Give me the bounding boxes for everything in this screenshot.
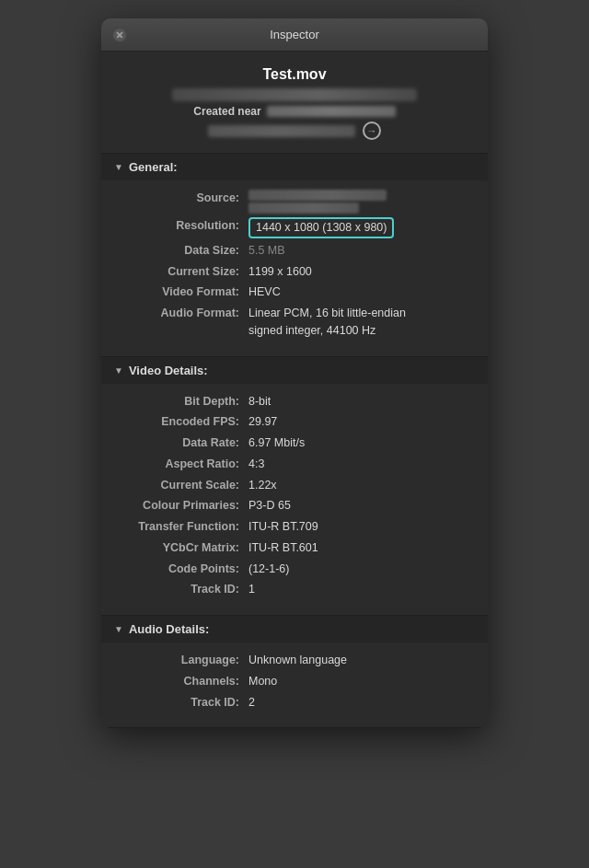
colour-primaries-value: P3-D 65 [248,497,291,515]
video-track-id-value: 1 [248,581,255,598]
table-row: Current Scale: 1.22x [120,477,469,494]
nav-arrow-button[interactable]: → [363,122,381,140]
video-track-id-label: Track ID: [120,581,248,598]
bit-depth-value: 8-bit [248,393,271,411]
data-rate-value: 6.97 Mbit/s [248,434,305,452]
table-row: Video Format: HEVC [120,284,469,301]
bit-depth-label: Bit Depth: [120,393,248,411]
table-row: Language: Unknown language [120,652,469,669]
current-size-value: 1199 x 1600 [248,263,312,281]
code-points-label: Code Points: [120,561,248,578]
window-title: Inspector [270,28,318,41]
video-details-section: ▼ Video Details: Bit Depth: 8-bit Encode… [101,357,488,617]
table-row: Current Size: 1199 x 1600 [120,263,469,281]
aspect-ratio-value: 4:3 [248,456,264,473]
table-row: Source: [120,190,469,214]
table-row: Encoded FPS: 29.97 [120,413,469,431]
general-section-title: General: [129,160,178,174]
video-format-value: HEVC [248,284,281,301]
colour-primaries-label: Colour Primaries: [120,497,248,515]
table-row: Audio Format: Linear PCM, 16 bit little-… [120,305,469,340]
table-row: YCbCr Matrix: ITU-R BT.601 [120,539,469,557]
file-header: Test.mov Created near → [101,52,488,154]
audio-details-section-header[interactable]: ▼ Audio Details: [101,616,488,642]
ycbcr-matrix-value: ITU-R BT.601 [248,539,318,557]
table-row: Data Size: 5.5 MB [120,242,469,260]
nav-row: → [120,122,469,140]
encoded-fps-value: 29.97 [248,413,277,431]
video-details-chevron-icon: ▼ [114,365,123,376]
general-chevron-icon: ▼ [114,162,123,172]
transfer-function-value: ITU-R BT.709 [248,518,318,536]
data-size-value: 5.5 MB [248,242,285,260]
source-value-blurred [248,190,387,214]
data-size-label: Data Size: [120,242,248,260]
video-details-section-content: Bit Depth: 8-bit Encoded FPS: 29.97 Data… [101,384,488,616]
video-details-section-title: Video Details: [129,364,208,377]
transfer-function-label: Transfer Function: [120,518,248,536]
table-row: Resolution: 1440 x 1080 (1308 x 980) [120,217,469,238]
data-rate-label: Data Rate: [120,434,248,452]
language-value: Unknown language [248,652,347,669]
table-row: Channels: Mono [120,673,469,690]
audio-track-id-value: 2 [248,694,255,712]
audio-details-section: ▼ Audio Details: Language: Unknown langu… [101,616,488,728]
channels-value: Mono [248,673,277,690]
ycbcr-matrix-label: YCbCr Matrix: [120,539,248,557]
current-scale-value: 1.22x [248,477,277,494]
created-row: Created near [120,105,469,118]
encoded-fps-label: Encoded FPS: [120,413,248,431]
blurred-source-line-2 [248,203,359,214]
aspect-ratio-label: Aspect Ratio: [120,456,248,473]
audio-details-chevron-icon: ▼ [114,624,123,634]
audio-details-section-content: Language: Unknown language Channels: Mon… [101,642,488,727]
table-row: Aspect Ratio: 4:3 [120,456,469,473]
table-row: Code Points: (12-1-6) [120,561,469,578]
audio-format-value: Linear PCM, 16 bit little-endiansigned i… [248,305,406,340]
blurred-nav-path [208,125,355,137]
current-scale-label: Current Scale: [120,477,248,494]
filename: Test.mov [120,66,469,83]
inspector-window: Inspector Test.mov Created near → ▼ Gene… [101,18,488,728]
blurred-path-bar [172,88,417,101]
audio-format-label: Audio Format: [120,305,248,322]
audio-track-id-label: Track ID: [120,694,248,712]
table-row: Data Rate: 6.97 Mbit/s [120,434,469,452]
blurred-location [267,106,396,117]
current-size-label: Current Size: [120,263,248,281]
video-format-label: Video Format: [120,284,248,301]
audio-details-section-title: Audio Details: [129,622,209,636]
resolution-label: Resolution: [120,217,248,235]
channels-label: Channels: [120,673,248,690]
language-label: Language: [120,652,248,669]
table-row: Track ID: 2 [120,694,469,712]
table-row: Track ID: 1 [120,581,469,598]
source-label: Source: [120,190,248,207]
video-details-section-header[interactable]: ▼ Video Details: [101,357,488,384]
table-row: Colour Primaries: P3-D 65 [120,497,469,515]
resolution-value: 1440 x 1080 (1308 x 980) [248,217,394,238]
general-section: ▼ General: Source: Resolution: 1440 x 10… [101,154,488,357]
table-row: Bit Depth: 8-bit [120,393,469,411]
close-button[interactable] [112,28,127,42]
code-points-value: (12-1-6) [248,561,289,578]
general-section-content: Source: Resolution: 1440 x 1080 (1308 x … [101,180,488,356]
table-row: Transfer Function: ITU-R BT.709 [120,518,469,536]
blurred-source-line-1 [248,190,387,201]
titlebar: Inspector [101,18,488,52]
created-label: Created near [193,105,260,118]
general-section-header[interactable]: ▼ General: [101,154,488,180]
